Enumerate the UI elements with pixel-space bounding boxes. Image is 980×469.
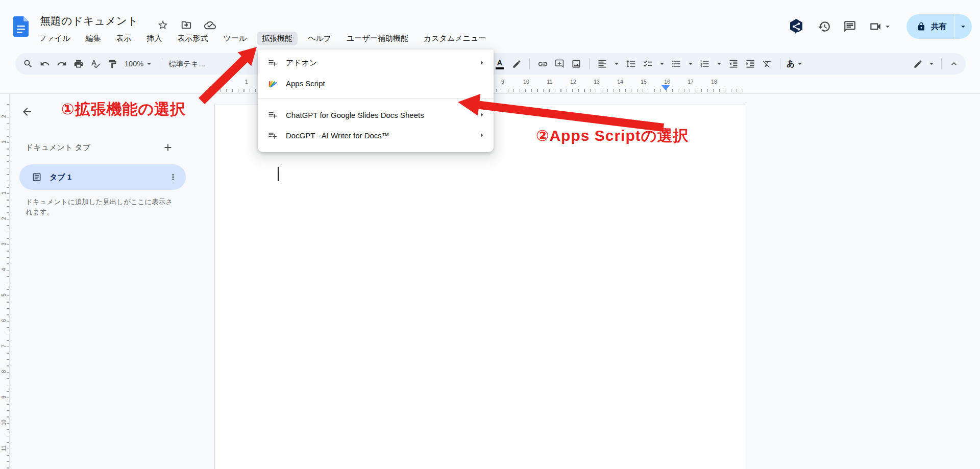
menu-item-Apps Script[interactable]: Apps Script xyxy=(258,73,494,93)
submenu-arrow-icon xyxy=(477,131,486,140)
addon-icon xyxy=(267,58,278,68)
h-ruler-number: 9 xyxy=(501,79,504,85)
add-tab-button[interactable] xyxy=(160,140,176,155)
v-ruler-number: 6 xyxy=(1,316,7,325)
redo-icon[interactable] xyxy=(55,57,68,71)
decrease-indent-icon[interactable] xyxy=(727,57,740,71)
highlight-color-icon[interactable] xyxy=(510,57,523,71)
menu-拡張機能[interactable]: 拡張機能 xyxy=(257,32,298,45)
menu-item-アドオン[interactable]: アドオン xyxy=(258,53,494,73)
move-folder-icon[interactable] xyxy=(180,18,193,32)
share-main-button[interactable]: 共有 xyxy=(906,14,954,39)
menu-ファイル[interactable]: ファイル xyxy=(34,32,75,45)
align-caret-icon[interactable] xyxy=(612,60,621,68)
apps-script-icon xyxy=(267,78,278,88)
star-icon[interactable] xyxy=(156,18,169,32)
editing-mode-caret-icon[interactable] xyxy=(927,60,936,68)
vertical-ruler[interactable]: 211234567891011 xyxy=(0,94,10,469)
numbered-list-caret-icon[interactable] xyxy=(715,60,723,68)
menu-ユーザー補助機能[interactable]: ユーザー補助機能 xyxy=(341,32,413,45)
text-color-icon[interactable]: A xyxy=(493,57,506,71)
hexagon-extension-icon[interactable] xyxy=(787,17,805,36)
undo-icon[interactable] xyxy=(38,57,52,71)
h-ruler-number: 17 xyxy=(688,79,694,85)
v-ruler-number: 3 xyxy=(1,239,7,249)
spellcheck-icon[interactable] xyxy=(89,57,102,71)
checklist-caret-icon[interactable] xyxy=(658,60,666,68)
paint-format-icon[interactable] xyxy=(106,57,119,71)
zoom-value: 100% xyxy=(125,60,143,68)
v-ruler-number: 1 xyxy=(1,188,7,198)
toolbar-divider xyxy=(162,58,162,69)
menu-挿入[interactable]: 挿入 xyxy=(141,32,167,45)
tabs-empty-hint: ドキュメントに追加した見出しがここに表示されます。 xyxy=(26,197,174,218)
cloud-saved-icon[interactable] xyxy=(203,18,216,32)
bulleted-list-icon[interactable] xyxy=(670,57,683,71)
clear-formatting-icon[interactable] xyxy=(761,57,774,71)
h-ruler-number: 18 xyxy=(711,79,717,85)
indent-marker[interactable] xyxy=(662,85,670,90)
docs-logo-icon[interactable] xyxy=(13,16,29,37)
document-page[interactable] xyxy=(214,105,746,469)
meet-video-icon[interactable] xyxy=(869,20,882,33)
meet-caret-icon[interactable] xyxy=(883,22,892,31)
close-tabs-panel-button[interactable] xyxy=(18,103,36,120)
input-tools-caret-icon xyxy=(796,60,804,68)
increase-indent-icon[interactable] xyxy=(744,57,757,71)
menu-編集[interactable]: 編集 xyxy=(80,32,106,45)
zoom-caret-icon xyxy=(144,59,154,68)
search-menus-icon[interactable] xyxy=(21,57,35,71)
comments-icon[interactable] xyxy=(843,20,856,33)
v-ruler-number: 7 xyxy=(1,341,7,351)
bulleted-list-caret-icon[interactable] xyxy=(687,60,695,68)
checklist-icon[interactable] xyxy=(641,57,654,71)
plus-icon xyxy=(162,142,174,153)
zoom-select[interactable]: 100% xyxy=(122,59,156,68)
share-caret-icon[interactable] xyxy=(954,14,972,39)
v-ruler-number: 9 xyxy=(1,392,7,402)
addon-icon xyxy=(267,130,278,140)
menu-ツール[interactable]: ツール xyxy=(218,32,252,45)
align-icon[interactable] xyxy=(596,57,609,71)
tab-item[interactable]: タブ 1 xyxy=(19,164,186,190)
h-ruler-number: 14 xyxy=(617,79,623,85)
h-ruler-number: 10 xyxy=(523,79,529,85)
h-ruler-number: 2 xyxy=(222,79,225,85)
submenu-arrow-icon xyxy=(477,110,486,119)
menu-カスタムメニュー[interactable]: カスタムメニュー xyxy=(419,32,491,45)
h-ruler-number: 12 xyxy=(570,79,576,85)
menu-表示[interactable]: 表示 xyxy=(111,32,136,45)
print-icon[interactable] xyxy=(72,57,85,71)
v-ruler-number: 10 xyxy=(1,418,7,427)
version-history-icon[interactable] xyxy=(818,20,831,33)
menu-item-label: DocGPT - AI Writer for Docs™ xyxy=(286,131,470,140)
menu-item-ChatGPT for Google Slides Docs Sheets[interactable]: ChatGPT for Google Slides Docs Sheets xyxy=(258,105,494,125)
input-tools-icon[interactable]: あ xyxy=(787,57,804,71)
extensions-dropdown: アドオンApps ScriptChatGPT for Google Slides… xyxy=(258,50,494,152)
menu-ヘルプ[interactable]: ヘルプ xyxy=(303,32,336,45)
share-button: 共有 xyxy=(906,14,972,39)
line-spacing-icon[interactable] xyxy=(624,57,638,71)
toolbar-divider xyxy=(589,58,590,69)
menu-item-label: ChatGPT for Google Slides Docs Sheets xyxy=(286,111,470,119)
numbered-list-icon[interactable] xyxy=(698,57,712,71)
document-title[interactable]: 無題のドキュメント xyxy=(40,14,138,28)
menu-item-label: Apps Script xyxy=(286,79,486,88)
toolbar-divider xyxy=(941,58,942,69)
lock-icon xyxy=(917,22,926,31)
menu-item-DocGPT - AI Writer for Docs™[interactable]: DocGPT - AI Writer for Docs™ xyxy=(258,125,494,145)
v-ruler-number: 8 xyxy=(1,367,7,376)
addon-icon xyxy=(267,110,278,120)
hide-menus-icon[interactable] xyxy=(947,57,961,71)
paragraph-style-select[interactable]: 標準テキスト xyxy=(168,59,207,69)
add-comment-icon[interactable] xyxy=(553,57,566,71)
insert-image-icon[interactable] xyxy=(570,57,583,71)
vertical-ruler-ticks xyxy=(7,104,9,469)
insert-link-icon[interactable] xyxy=(536,57,549,71)
back-arrow-icon xyxy=(21,106,33,118)
share-label: 共有 xyxy=(931,21,947,32)
tab-more-icon[interactable] xyxy=(168,172,178,182)
menu-表示形式[interactable]: 表示形式 xyxy=(172,32,213,45)
annotation-step1: ①拡張機能の選択 xyxy=(61,99,186,120)
editing-mode-icon[interactable] xyxy=(911,57,924,71)
